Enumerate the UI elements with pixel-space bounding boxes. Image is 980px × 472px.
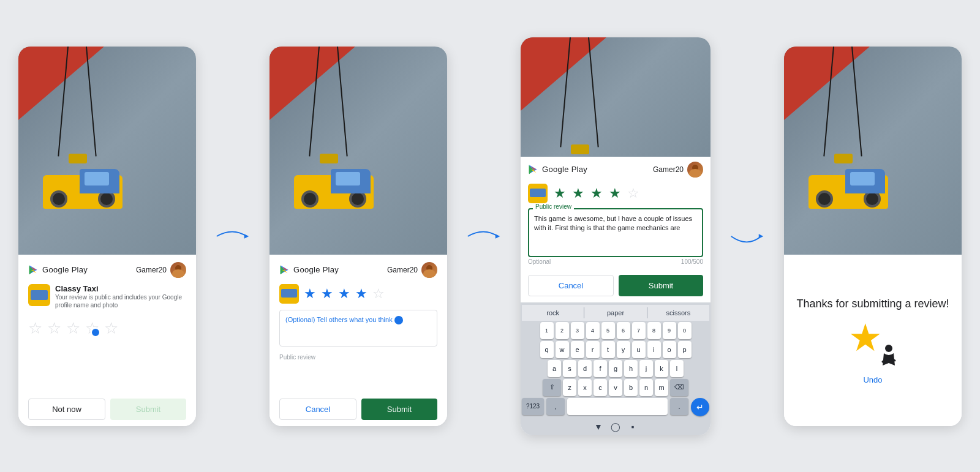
kbd-k[interactable]: k: [655, 360, 668, 377]
kbd-space[interactable]: [567, 398, 668, 415]
avatar-s2: [421, 262, 437, 278]
star-1-s1[interactable]: ☆: [28, 320, 42, 336]
kbd-9[interactable]: 9: [663, 322, 676, 339]
kbd-z[interactable]: z: [563, 379, 576, 396]
nav-home-icon[interactable]: ◯: [609, 421, 622, 433]
screen2-star5[interactable]: ☆: [372, 286, 385, 302]
review-textarea-s2[interactable]: [279, 310, 437, 347]
screen2-frame: Google Play Gamer20 ★ ★ ★ ★ ☆ (Optional)…: [270, 47, 447, 426]
kbd-f[interactable]: f: [594, 360, 607, 377]
kbd-p[interactable]: p: [678, 341, 692, 358]
app-info-text: Classy Taxi Your review is public and in…: [55, 284, 186, 309]
screen2-rating-row: ★ ★ ★ ★ ☆: [279, 284, 437, 304]
kbd-w[interactable]: w: [556, 341, 569, 358]
kbd-5[interactable]: 5: [601, 322, 615, 339]
kbd-s[interactable]: s: [563, 360, 576, 377]
app-title: Classy Taxi: [55, 284, 186, 293]
app-info-row: Classy Taxi Your review is public and in…: [28, 284, 186, 309]
kbd-m[interactable]: m: [655, 379, 668, 396]
kbd-q[interactable]: q: [540, 341, 554, 358]
screen2-star4[interactable]: ★: [355, 286, 368, 302]
star-5-s1[interactable]: ☆: [104, 320, 118, 336]
s3-star1[interactable]: ★: [554, 185, 566, 201]
star-person-container: ★: [848, 319, 897, 368]
avatar-s1: [170, 262, 186, 278]
submit-button-s1[interactable]: Submit: [110, 399, 186, 420]
tow-truck-s3: [545, 151, 625, 157]
crane-rope-right-s4: [851, 47, 862, 156]
app-subtitle: Your review is public and includes your …: [55, 293, 186, 309]
review-input-container-s2: (Optional) Tell others what you think: [279, 310, 437, 351]
kbd-row2: asdfghjkl: [522, 360, 709, 377]
kbd-x[interactable]: x: [578, 379, 592, 396]
kbd-e[interactable]: e: [571, 341, 584, 358]
screen2-star2[interactable]: ★: [321, 286, 333, 302]
submit-button-s2[interactable]: Submit: [361, 399, 437, 420]
rating-row-s3: ★ ★ ★ ★ ☆: [528, 184, 703, 203]
kbd-c[interactable]: c: [594, 379, 607, 396]
kbd-r[interactable]: r: [586, 341, 600, 358]
kbd-period[interactable]: .: [670, 398, 688, 415]
kbd-l[interactable]: l: [670, 360, 684, 377]
star-4-s1[interactable]: ☆: [85, 320, 99, 336]
kbd-1[interactable]: 1: [540, 322, 554, 339]
kbd-h[interactable]: h: [624, 360, 638, 377]
kbd-backspace[interactable]: ⌫: [670, 379, 688, 396]
screen2-star1[interactable]: ★: [304, 286, 316, 302]
submit-button-s3[interactable]: Submit: [619, 275, 703, 296]
kbd-numbers-row: 1 2 3 4 5 6 7 8 9 0: [522, 322, 709, 339]
kbd-comma[interactable]: ,: [546, 398, 565, 415]
gplay-wordmark-s3: Google Play: [542, 165, 587, 174]
kbd-t[interactable]: t: [601, 341, 615, 358]
kbd-6[interactable]: 6: [617, 322, 630, 339]
kbd-o[interactable]: o: [663, 341, 676, 358]
kbd-i[interactable]: i: [647, 341, 661, 358]
kbd-7[interactable]: 7: [632, 322, 646, 339]
kbd-j[interactable]: j: [639, 360, 653, 377]
s3-star4[interactable]: ★: [609, 185, 621, 201]
star-3-s1[interactable]: ☆: [66, 320, 80, 336]
review-dot-s2: [394, 316, 403, 324]
kbd-n[interactable]: n: [639, 379, 653, 396]
s3-star2[interactable]: ★: [572, 185, 584, 201]
kbd-8[interactable]: 8: [647, 322, 661, 339]
kbd-b[interactable]: b: [624, 379, 638, 396]
kbd-y[interactable]: y: [617, 341, 630, 358]
screen2-star3[interactable]: ★: [338, 286, 350, 302]
buttons-row-s2: Cancel Submit: [279, 399, 437, 420]
kbd-d[interactable]: d: [578, 360, 592, 377]
kbd-v[interactable]: v: [609, 379, 622, 396]
review-text-s3[interactable]: This game is awesome, but I have a coupl…: [528, 208, 703, 257]
undo-link[interactable]: Undo: [863, 375, 882, 384]
keyboard-area: rock paper scissors 1 2 3 4 5 6 7 8 9 0 …: [521, 302, 710, 435]
truck-wheel-left: [50, 190, 67, 208]
suggestion-rock[interactable]: rock: [522, 307, 584, 318]
kbd-3[interactable]: 3: [571, 322, 584, 339]
user-info-s3: Gamer20: [653, 162, 703, 178]
nav-recents-icon[interactable]: ▪: [627, 421, 639, 433]
stars-row-s1[interactable]: ☆ ☆ ☆ ☆ ☆: [28, 320, 186, 336]
gplay-icon-s3: [528, 164, 539, 175]
s3-star3[interactable]: ★: [590, 185, 603, 201]
kbd-u[interactable]: u: [632, 341, 646, 358]
kbd-num-toggle[interactable]: ?123: [522, 398, 544, 415]
cancel-button-s2[interactable]: Cancel: [279, 399, 356, 420]
kbd-g[interactable]: g: [609, 360, 622, 377]
tow-truck: [43, 160, 123, 215]
kbd-0[interactable]: 0: [678, 322, 692, 339]
cancel-button-s3[interactable]: Cancel: [528, 275, 614, 296]
s3-star5[interactable]: ☆: [627, 185, 639, 201]
kbd-2[interactable]: 2: [556, 322, 569, 339]
truck-wheel-left-s4: [816, 190, 833, 208]
suggestion-scissors[interactable]: scissors: [647, 307, 709, 318]
nav-back-icon[interactable]: ▼: [592, 421, 605, 433]
star-2-s1[interactable]: ☆: [47, 320, 61, 336]
kbd-4[interactable]: 4: [586, 322, 600, 339]
not-now-button[interactable]: Not now: [28, 399, 105, 420]
kbd-shift[interactable]: ⇧: [543, 379, 561, 396]
kbd-enter[interactable]: ↵: [691, 398, 709, 416]
crane-rope-right-s2: [337, 47, 348, 156]
kbd-a[interactable]: a: [548, 360, 561, 377]
suggestion-paper[interactable]: paper: [584, 307, 647, 318]
kbd-nav-row: ▼ ◯ ▪: [522, 418, 709, 434]
